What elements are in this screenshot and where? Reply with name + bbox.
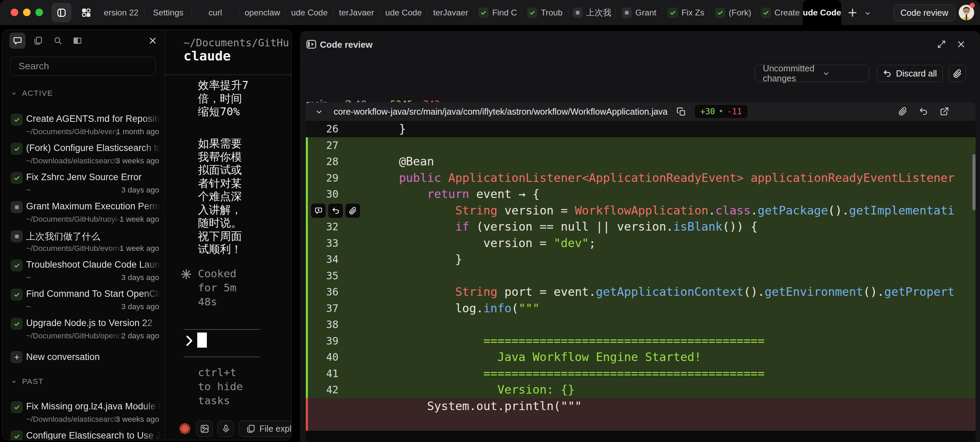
check-icon xyxy=(11,172,23,184)
tab-overview-button[interactable] xyxy=(76,3,96,22)
check-icon xyxy=(11,143,23,155)
sidebar-toggle-button[interactable] xyxy=(51,3,72,22)
conversation-path: ~/Downloads/elasticsearch xyxy=(26,415,126,424)
chat-tab-button[interactable] xyxy=(9,33,25,49)
tab-label: ersion 22 xyxy=(104,8,138,17)
file-diff-container: core-workflow-java/src/main/java/com/ifl… xyxy=(306,102,975,442)
close-icon[interactable] xyxy=(956,40,966,49)
app-root: ersion 22Settingscurlopenclawude Codeter… xyxy=(0,0,980,442)
check-icon xyxy=(11,430,23,440)
conversation-list-item[interactable]: Fix Zshrc Jenv Source Error~3 days ago xyxy=(2,171,165,200)
conversation-path: ~/Documents/GitHub/evoma xyxy=(26,244,126,253)
conversation-list-item[interactable]: 上次我们做了什么~/Documents/GitHub/evoma1 week a… xyxy=(2,229,165,258)
search-input[interactable] xyxy=(10,57,156,76)
file-diff-stats-badge: +30 • -11 xyxy=(695,105,748,118)
conversation-list-item[interactable]: Troubleshoot Claude Code Launc~3 days ag… xyxy=(2,258,165,287)
tab-active[interactable]: ude Code xyxy=(803,0,841,25)
traffic-maximize-button[interactable] xyxy=(35,9,43,16)
code-line-number: 35 xyxy=(308,268,344,284)
tab-label: terJavaer xyxy=(339,8,374,17)
diff-added-line: 36 String port = event.getApplicationCon… xyxy=(306,284,975,300)
terminal-toolbar: File explorer xyxy=(178,420,291,437)
code-line-number: 36 xyxy=(308,284,344,300)
conversation-list-item[interactable]: Configure Elasticsearch to Use J xyxy=(2,429,165,440)
tab[interactable]: ude Code xyxy=(380,0,427,25)
conversation-list-item[interactable]: (Fork) Configure Elasticsearch to~/Downl… xyxy=(2,141,165,171)
conversation-list-item[interactable]: Grant Maximum Execution Permi~/Documents… xyxy=(2,200,165,229)
collapse-chevron-icon[interactable] xyxy=(315,108,323,116)
search-icon[interactable] xyxy=(53,36,62,45)
file-path: core-workflow-java/src/main/java/com/ifl… xyxy=(334,107,668,117)
code-line-text: } xyxy=(344,121,406,137)
revert-line-button[interactable] xyxy=(328,203,343,218)
tab[interactable]: Fix Zs xyxy=(662,0,710,25)
file-explorer-button[interactable]: File explorer xyxy=(239,420,291,437)
files-tab-button[interactable] xyxy=(33,36,43,45)
diff-added-line: 29 public ApplicationListener<Applicatio… xyxy=(306,170,975,186)
revert-file-icon[interactable] xyxy=(919,107,928,116)
changes-dropdown-label: Uncommitted changes xyxy=(763,63,815,83)
close-sidebar-icon[interactable] xyxy=(148,36,158,45)
traffic-close-button[interactable] xyxy=(11,9,18,16)
section-past[interactable]: PAST xyxy=(11,377,44,386)
new-conversation-button[interactable]: New conversation xyxy=(2,350,165,370)
file-explorer-label: File explorer xyxy=(259,424,291,434)
tab[interactable]: (Fork) xyxy=(710,0,757,25)
conversation-list-item[interactable]: Create AGENTS.md for Repositor~/Document… xyxy=(2,112,165,141)
conversation-path: ~ xyxy=(26,185,126,195)
code-line-text: public ApplicationListener<ApplicationRe… xyxy=(344,170,955,186)
attach-line-button[interactable] xyxy=(345,203,360,218)
section-active[interactable]: ACTIVE xyxy=(11,89,53,98)
conversation-list-item[interactable]: Upgrade Node.js to Version 22~/Documents… xyxy=(2,317,165,345)
tab[interactable]: Troub xyxy=(521,0,568,25)
code-line-number: 28 xyxy=(308,154,344,170)
code-line-text: String port = event.getApplicationContex… xyxy=(344,284,955,300)
tab[interactable]: curl xyxy=(192,0,239,25)
code-review-button-label: Code review xyxy=(900,8,948,18)
chat-bubble-icon xyxy=(13,36,22,46)
tab[interactable]: Create xyxy=(757,0,804,25)
tab-label: Fix Zs xyxy=(681,8,705,17)
discard-all-button[interactable]: Discard all xyxy=(877,65,943,82)
diff-context-line: 26 } xyxy=(306,121,975,137)
paperclip-icon[interactable] xyxy=(898,107,907,116)
tab[interactable]: terJavaer xyxy=(427,0,474,25)
tab[interactable]: openclaw xyxy=(239,0,286,25)
plus-icon xyxy=(11,351,23,363)
add-comment-button[interactable] xyxy=(311,203,326,218)
traffic-minimize-button[interactable] xyxy=(23,9,30,16)
tab-list-chevron-button[interactable] xyxy=(863,9,872,17)
copy-icon[interactable] xyxy=(676,107,686,116)
file-deletions: -11 xyxy=(727,107,742,116)
discard-all-label: Discard all xyxy=(896,69,937,79)
conversation-list-item[interactable]: Find Command To Start OpenCla~3 days ago xyxy=(2,287,165,317)
attach-image-button[interactable] xyxy=(196,420,213,437)
new-tab-button[interactable] xyxy=(846,6,859,19)
in-progress-square-icon xyxy=(11,230,23,242)
tab[interactable]: Settings xyxy=(145,0,192,25)
tab-label: Troub xyxy=(541,8,563,17)
split-panel-icon[interactable] xyxy=(73,36,82,45)
open-external-icon[interactable] xyxy=(940,107,949,116)
tab[interactable]: terJavaer xyxy=(333,0,380,25)
scrollbar-thumb[interactable] xyxy=(972,154,975,211)
conversation-list-item[interactable]: Fix Missing org.lz4.java Module E~/Downl… xyxy=(2,400,165,429)
code-line-text: } xyxy=(344,251,462,268)
tab[interactable]: Find C xyxy=(474,0,521,25)
changes-dropdown[interactable]: Uncommitted changes xyxy=(755,65,869,82)
file-diff-header[interactable]: core-workflow-java/src/main/java/com/ifl… xyxy=(306,102,975,121)
tab[interactable]: 上次我 xyxy=(568,0,616,25)
section-active-label: ACTIVE xyxy=(22,89,53,98)
check-icon xyxy=(11,318,23,330)
tab[interactable]: Grant xyxy=(616,0,662,25)
spinner-asterisk-icon xyxy=(180,268,192,280)
expand-icon[interactable] xyxy=(937,40,946,49)
microphone-button[interactable] xyxy=(218,420,234,437)
attachment-button[interactable] xyxy=(949,65,966,82)
chevron-down-icon xyxy=(11,379,17,385)
code-review-panel: Code review main 12 • +5345 -743 Uncommi… xyxy=(300,31,980,442)
diff-added-line: 37 log.info(""" xyxy=(306,300,975,317)
tab[interactable]: ude Code xyxy=(286,0,333,25)
code-review-button[interactable]: Code review xyxy=(893,5,955,21)
tab[interactable]: ersion 22 xyxy=(98,0,145,25)
